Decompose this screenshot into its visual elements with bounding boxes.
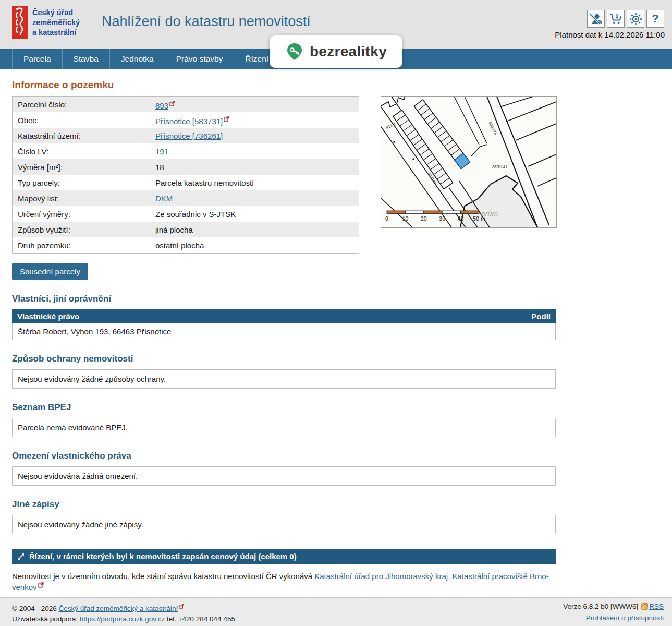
header-toolbar: ? [587, 10, 664, 28]
row-label: Parcelní číslo: [13, 97, 151, 113]
lv-number-link[interactable]: 191 [155, 147, 168, 156]
bpej-note: Parcela nemá evidované BPEJ. [12, 418, 556, 437]
table-row: Určení výměry: Ze souřadnic v S-JTSK [13, 206, 359, 222]
jurisdiction-note: Nemovitost je v územním obvodu, kde stát… [12, 572, 556, 592]
table-row: Parcelní číslo: 893 [13, 97, 359, 113]
footer-right: Verze 6.8.2 b0 [WWW6]RSS Prohlášení o př… [548, 601, 664, 626]
page-footer: © 2004 - 2026 Český úřad zeměměřický a k… [0, 597, 672, 626]
question-icon: ? [652, 13, 658, 25]
row-value: Parcela katastru nemovitostí [150, 175, 359, 190]
brand-name: bezrealitky [310, 43, 387, 60]
cart-download-icon [609, 13, 622, 25]
neighboring-parcels-button[interactable]: Sousední parcely [12, 263, 88, 280]
support-link[interactable]: https://podpora.cuzk.gov.cz [80, 615, 165, 623]
tab-jednotka[interactable]: Jednotka [110, 49, 165, 69]
support-text: Uživatelská podpora: [12, 615, 80, 623]
svg-text:0: 0 [385, 215, 388, 222]
col-ownership: Vlastnické právo [17, 312, 79, 321]
row-label: Mapový list: [13, 190, 151, 206]
section-title-bpej: Seznam BPEJ [12, 402, 672, 413]
external-link-icon [224, 115, 229, 124]
cadastral-map-preview[interactable]: 911/2 800/178 280/141 280/140 prům. 0 10… [381, 96, 557, 228]
owners-table-header: Vlastnické právo Podíl [12, 309, 556, 323]
svg-text:50 m: 50 m [473, 215, 485, 222]
pin-key-icon [285, 42, 304, 61]
table-row: Typ parcely: Parcela katastru nemovitost… [13, 175, 359, 190]
login-user-button[interactable] [587, 10, 605, 28]
row-label: Způsob využití: [13, 222, 151, 237]
parcel-number-link[interactable]: 893 [155, 101, 168, 110]
gear-icon [629, 13, 642, 26]
tab-parcela[interactable]: Parcela [12, 49, 63, 69]
table-row: Obec: Přísnotice [583731] [13, 112, 359, 128]
version-text: Verze 6.8.2 b0 [WWW6] [563, 603, 638, 610]
external-link-icon [169, 99, 175, 108]
row-value: Ze souřadnic v S-JTSK [150, 206, 359, 222]
main-content: Informace o pozemku Parcelní číslo: 893 … [0, 69, 672, 613]
restrictions-note: Nejsou evidována žádná omezení. [12, 466, 556, 486]
svg-text:20: 20 [421, 215, 427, 222]
data-validity: Platnost dat k 14.02.2026 11:00 [555, 30, 665, 39]
table-row: Číslo LV: 191 [13, 143, 359, 159]
section-title-other-entries: Jiné zápisy [12, 499, 672, 510]
cuzk-lion-icon [12, 6, 28, 39]
owners-table: Vlastnické právo Podíl Štěrba Robert, Vý… [12, 309, 556, 340]
map-label: 280/141 [491, 164, 508, 170]
price-proceedings-bar[interactable]: Řízení, v rámci kterých byl k nemovitost… [12, 549, 556, 564]
svg-text:30: 30 [439, 215, 445, 222]
footer-left: © 2004 - 2026 Český úřad zeměměřický a k… [12, 601, 235, 625]
svg-text:10: 10 [402, 215, 409, 222]
row-label: Určení výměry: [13, 206, 151, 222]
row-label: Druh pozemku: [13, 237, 151, 254]
row-value: jiná plocha [150, 222, 359, 237]
tab-stavba[interactable]: Stavba [63, 49, 110, 69]
settings-button[interactable] [627, 10, 644, 28]
external-link-icon [38, 581, 44, 589]
row-value: 18 [150, 159, 359, 175]
app-title: Nahlížení do katastru nemovitostí [102, 14, 311, 30]
table-row: Výměra [m²]: 18 [13, 159, 359, 175]
protection-note: Nejsou evidovány žádné způsoby ochrany. [12, 369, 556, 389]
jurisdiction-text: Nemovitost je v územním obvodu, kde stát… [12, 572, 314, 581]
col-share: Podíl [531, 312, 551, 321]
owner-name: Štěrba Robert, Výhon 193, 66463 Přísnoti… [18, 327, 171, 336]
support-phone: tel. +420 284 044 455 [165, 615, 235, 623]
external-link-icon [179, 601, 184, 612]
rss-link[interactable]: RSS [649, 603, 664, 610]
copyright-text: © 2004 - 2026 [12, 605, 59, 612]
tab-pravo-stavby[interactable]: Právo stavby [165, 49, 235, 69]
bezrealitky-overlay: bezrealitky [270, 35, 402, 68]
price-bar-label: Řízení, v rámci kterých byl k nemovitost… [29, 552, 297, 561]
svg-text:40: 40 [458, 215, 464, 222]
table-row: Katastrální území: Přísnotice [736261] [13, 128, 359, 143]
help-button[interactable]: ? [646, 10, 664, 28]
map-sheet-link[interactable]: DKM [155, 194, 173, 203]
accessibility-link[interactable]: Prohlášení o přístupnosti [586, 614, 664, 622]
row-label: Katastrální území: [13, 128, 151, 143]
expand-icon [17, 553, 25, 560]
other-entries-note: Nejsou evidovány žádné jiné zápisy. [12, 515, 556, 534]
cart-button[interactable] [607, 10, 625, 28]
org-name: Český úřad zeměměřický a katastrální [32, 6, 80, 38]
section-title-protection: Způsob ochrany nemovitosti [12, 354, 672, 364]
municipality-link[interactable]: Přísnotice [583731] [155, 117, 223, 126]
rss-icon [641, 604, 648, 611]
row-value: ostatní plocha [150, 237, 359, 254]
cuzk-footer-link[interactable]: Český úřad zeměměřický a katastrální [59, 605, 178, 612]
owners-title: Vlastníci, jiní oprávnění [12, 294, 672, 304]
cadastral-area-link[interactable]: Přísnotice [736261] [155, 131, 223, 140]
parcel-info-table: Parcelní číslo: 893 Obec: Přísnotice [58… [12, 96, 359, 254]
row-label: Číslo LV: [13, 143, 151, 159]
cuzk-logo[interactable]: Český úřad zeměměřický a katastrální [12, 6, 80, 39]
table-row: Druh pozemku: ostatní plocha [13, 237, 359, 254]
row-label: Typ parcely: [13, 175, 151, 190]
section-title-restrictions: Omezení vlastnického práva [12, 451, 672, 461]
row-label: Obec: [13, 112, 151, 128]
cadastral-map-drawing: 911/2 800/178 280/141 280/140 prům. 0 10… [381, 97, 556, 227]
table-row: Způsob využití: jiná plocha [13, 222, 359, 237]
page-title: Informace o pozemku [12, 79, 672, 91]
row-label: Výměra [m²]: [13, 159, 151, 175]
user-slash-icon [589, 12, 603, 26]
owner-row: Štěrba Robert, Výhon 193, 66463 Přísnoti… [12, 323, 556, 340]
table-row: Mapový list: DKM [13, 190, 359, 206]
